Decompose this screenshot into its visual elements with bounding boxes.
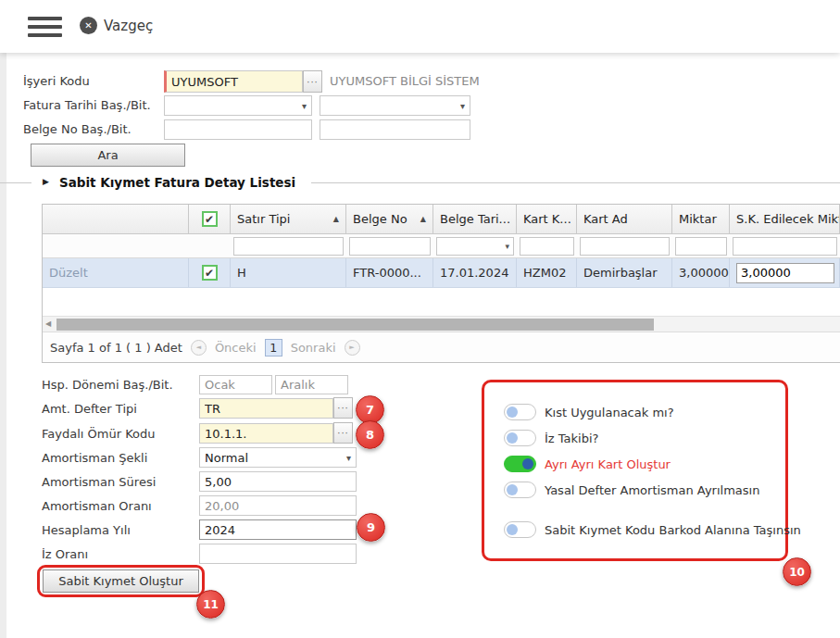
create-button-highlight: Sabit Kıymet Oluştur [37,565,205,597]
create-fixed-asset-button[interactable]: Sabit Kıymet Oluştur [43,569,199,593]
prev-page-label[interactable]: Önceki [215,341,257,355]
prev-arrow-icon: ◄ [196,344,201,351]
section-collapse-arrow-icon[interactable]: ▶ [43,177,49,186]
amortisman-sekli-select[interactable]: Normal ▾ [199,447,357,468]
toggle-label: Yasal Defter Amortisman Ayrılmasın [545,483,759,497]
hamburger-menu-icon[interactable] [28,17,62,37]
lookup-ellipsis-icon: ··· [307,77,319,87]
options-highlight-box: Kıst Uygulanacak mı? İz Takibi? Ayrı Ayr… [482,380,788,561]
iz-orani-label: İz Oranı [42,547,88,561]
cell-sk-miktar-input[interactable] [736,263,834,283]
section-divider-left [0,182,31,183]
top-bar: ✕ Vazgeç [0,0,840,53]
faydali-omur-input[interactable] [199,423,333,444]
iz-orani-input[interactable] [199,544,357,564]
toggle-yasal-defter[interactable]: Yasal Defter Amortisman Ayrılmasın [504,482,759,498]
toggle-label: Ayrı Ayrı Kart Oluştur [545,457,671,471]
filter-kart-ad-input[interactable] [580,237,670,256]
lookup-ellipsis-icon: ··· [337,403,349,413]
row-checkbox[interactable]: ✔ [202,265,218,281]
column-header-miktar[interactable]: Miktar [672,205,730,233]
scrollbar-thumb[interactable] [56,319,654,331]
sort-asc-icon: ▲ [330,215,339,223]
edit-row-link[interactable]: Düzelt [49,266,88,280]
column-header-belge-no[interactable]: Belge No ▲ [346,205,433,233]
toggle-ayri-ayri-kart[interactable]: Ayrı Ayrı Kart Oluştur [504,456,671,472]
next-arrow-icon: ► [349,344,354,351]
filter-sk-miktar-input[interactable] [733,237,837,256]
hesaplama-yili-input[interactable] [199,519,357,540]
annotation-badge-11: 11 [196,590,225,619]
hsp-donemi-end-input[interactable] [275,375,348,394]
hsp-donemi-start-input[interactable] [199,375,272,394]
toggle-switch[interactable] [504,430,536,446]
amortisman-sekli-label: Amortisman Şekli [42,451,147,465]
search-button[interactable]: Ara [31,144,185,167]
current-page-number[interactable]: 1 [265,339,282,357]
filter-belge-no-input[interactable] [349,237,431,256]
toggle-switch[interactable] [504,521,536,538]
app-window: ✕ Vazgeç İşyeri Kodu ··· UYUMSOFT BİLGİ … [0,0,840,638]
amt-defter-tipi-label: Amt. Defter Tipi [42,402,137,416]
prev-page-button[interactable]: ◄ [191,340,207,356]
column-header-kart-ad[interactable]: Kart Ad [577,205,672,233]
dropdown-arrow-icon: ▾ [460,101,465,111]
horizontal-scrollbar[interactable]: ◀ [43,316,840,332]
section-title: Sabit Kıymet Fatura Detay Listesi [59,175,295,190]
cancel-label: Vazgeç [104,18,153,34]
isyeri-kodu-input[interactable] [164,70,303,93]
select-all-checkbox[interactable]: ✔ [202,211,218,227]
belge-no-start-input[interactable] [164,119,312,140]
table-filter-row: ▾ [43,234,840,258]
next-page-button[interactable]: ► [345,340,360,356]
toggle-switch[interactable] [504,482,536,498]
isyeri-kodu-lookup-button[interactable]: ··· [303,70,322,93]
amt-defter-tipi-input[interactable] [199,398,333,419]
toggle-iz-takibi[interactable]: İz Takibi? [504,430,598,446]
cell-satir-tipi: H [231,258,346,287]
column-label: Belge No [353,212,407,226]
filter-miktar-input[interactable] [675,237,727,256]
amortisman-orani-input[interactable] [199,495,357,516]
column-header-belge-tarihi[interactable]: Belge Tari... [433,205,517,233]
filter-belge-tarihi-input[interactable] [436,237,514,256]
amortisman-suresi-input[interactable] [199,471,357,492]
belge-no-label: Belge No Baş./Bit. [23,122,132,136]
column-label: Miktar [679,212,717,226]
toggle-kist-uygulanacak[interactable]: Kıst Uygulanacak mı? [504,404,674,420]
table-header-row: ✔ Satır Tipi ▲ Belge No ▲ Belge Tari... … [43,205,840,234]
next-page-label[interactable]: Sonraki [291,341,336,355]
belge-no-end-input[interactable] [320,119,470,140]
toggle-barkod-alanina[interactable]: Sabit Kıymet Kodu Barkod Alanına Taşınsı… [504,521,801,538]
column-label: Belge Tari... [440,212,510,226]
amt-defter-tipi-lookup-button[interactable]: ··· [333,397,353,419]
column-header-satir-tipi[interactable]: Satır Tipi ▲ [231,205,346,233]
fatura-tarihi-start-datepicker[interactable]: ▾ [164,95,312,116]
faydali-omur-label: Faydalı Ömür Kodu [42,427,155,441]
pagination-summary: Sayfa 1 of 1 ( 1 ) Adet [50,341,182,355]
column-header-select-all[interactable]: ✔ [189,205,231,233]
isyeri-kodu-label: İşyeri Kodu [23,74,90,88]
column-header-edit [43,205,189,233]
filter-satir-tipi-input[interactable] [233,237,344,256]
sort-asc-icon: ▲ [417,215,426,223]
amortisman-suresi-label: Amortisman Süresi [42,475,156,489]
amortisman-orani-label: Amortisman Oranı [42,499,152,513]
scroll-left-icon[interactable]: ◀ [45,319,51,328]
annotation-badge-10: 10 [783,557,811,586]
fatura-tarihi-end-datepicker[interactable]: ▾ [320,95,470,116]
column-label: Kart Ad [583,212,628,226]
column-header-kart-kodu[interactable]: Kart K... [517,205,577,233]
column-header-sk-miktar[interactable]: S.K. Edilecek Mikt [730,205,840,233]
annotation-badge-8: 8 [356,420,384,449]
faydali-omur-lookup-button[interactable]: ··· [333,422,353,444]
cancel-button[interactable]: ✕ Vazgeç [80,17,153,34]
cell-belge-no: FTR-0000... [346,258,433,287]
toggle-switch[interactable] [504,404,536,420]
close-icon: ✕ [80,17,97,34]
toggle-switch[interactable] [504,456,536,472]
hsp-donemi-label: Hsp. Dönemi Baş./Bit. [42,378,173,392]
filter-kart-kodu-input[interactable] [520,237,574,256]
cell-kart-ad: Demirbaşlar [577,258,672,287]
column-label: Satır Tipi [237,212,290,226]
